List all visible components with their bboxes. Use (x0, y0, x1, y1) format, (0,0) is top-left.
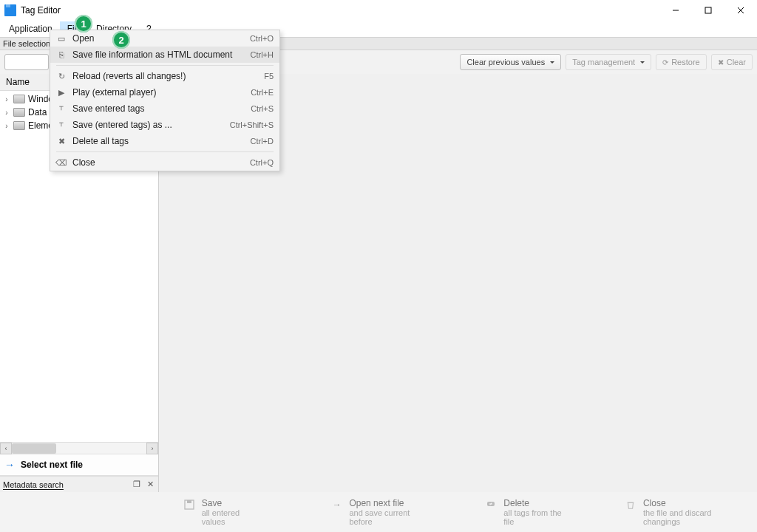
menu-item-delete-tags[interactable]: ✖ Delete all tags Ctrl+D (50, 133, 279, 149)
scroll-right-button[interactable]: › (146, 443, 158, 454)
drive-icon (13, 95, 25, 103)
clear-previous-values-button[interactable]: Clear previous values (460, 54, 561, 70)
cmd-close[interactable]: Close the file and discard changings (624, 498, 748, 526)
menu-item-shortcut: Ctrl+O (250, 34, 274, 43)
cmd-opennext-title: Open next file (349, 498, 432, 508)
menu-item-close[interactable]: ⌫ Close Ctrl+Q (50, 154, 279, 171)
menu-item-save-tags[interactable]: ⸆ Save entered tags Ctrl+S (50, 100, 279, 117)
html-icon: ⎘ (55, 50, 68, 59)
chevron-right-icon[interactable]: › (3, 109, 10, 117)
scroll-left-button[interactable]: ‹ (0, 443, 12, 454)
clear-button[interactable]: ✖ Clear (711, 54, 753, 70)
cmd-save-title: Save (202, 498, 264, 508)
detach-icon[interactable]: ❐ (132, 480, 142, 489)
svg-rect-1 (705, 7, 711, 13)
tag-management-label: Tag management (572, 58, 635, 66)
tag-management-button[interactable]: Tag management (566, 54, 651, 70)
restore-button[interactable]: ⟳ Restore (656, 54, 707, 70)
cmd-open-next[interactable]: → Open next file and save current before (330, 498, 433, 526)
open-icon: ▭ (55, 34, 68, 44)
horizontal-scrollbar[interactable]: ‹ › (0, 442, 158, 454)
menu-item-save-html[interactable]: ⎘ Save file information as HTML document… (50, 47, 279, 63)
close-icon: ⌫ (55, 158, 68, 168)
close-window-button[interactable] (724, 0, 757, 21)
save-icon: ⸆ (55, 104, 68, 114)
delete-icon: ✖ (55, 137, 68, 146)
menu-item-shortcut: Ctrl+S (251, 104, 274, 113)
menu-item-shortcut: Ctrl+D (251, 137, 274, 146)
chevron-right-icon[interactable]: › (3, 122, 10, 130)
reload-icon: ↻ (55, 72, 68, 81)
arrow-right-icon: → (330, 498, 344, 511)
trash-icon (624, 498, 637, 511)
path-input[interactable] (4, 54, 49, 70)
delete-icon (485, 498, 498, 511)
callout-2: 2 (112, 31, 130, 49)
scroll-thumb[interactable] (12, 443, 56, 454)
app-icon (4, 4, 16, 16)
bottom-command-bar: Save all entered values → Open next file… (0, 492, 757, 532)
drive-icon (13, 121, 25, 130)
menu-item-label: Save (entered tags) as ... (68, 120, 230, 130)
menu-item-save-tags-as[interactable]: ⸆ Save (entered tags) as ... Ctrl+Shift+… (50, 117, 279, 133)
menu-item-reload[interactable]: ↻ Reload (reverts all changes!) F5 (50, 68, 279, 84)
saveas-icon: ⸆ (55, 120, 68, 130)
minimize-button[interactable] (659, 0, 692, 21)
menu-item-shortcut: Ctrl+Shift+S (230, 120, 274, 129)
menu-item-label: Reload (reverts all changes!) (68, 71, 264, 81)
tree-row-label: Data ( (28, 107, 52, 117)
save-icon (183, 498, 196, 511)
select-next-file-label: Select next file (21, 460, 83, 470)
menu-item-shortcut: Ctrl+Q (250, 158, 274, 167)
metadata-search-label[interactable]: Metadata search (3, 480, 64, 489)
menu-item-open[interactable]: ▭ Open Ctrl+O (50, 30, 279, 47)
menu-item-label: Close (68, 157, 250, 168)
maximize-button[interactable] (692, 0, 724, 21)
window-controls (659, 0, 757, 21)
menu-item-shortcut: Ctrl+E (251, 88, 274, 97)
clear-previous-label: Clear previous values (466, 58, 545, 66)
window-title: Tag Editor (21, 5, 61, 16)
metadata-search-bar: Metadata search ❐ ✕ (0, 476, 158, 492)
menu-separator (56, 151, 274, 152)
restore-label: Restore (671, 58, 700, 66)
cmd-delete-title: Delete (503, 498, 572, 508)
clear-icon: ✖ (718, 58, 724, 66)
titlebar: Tag Editor (0, 0, 757, 21)
play-icon: ▶ (55, 88, 68, 98)
restore-icon: ⟳ (662, 58, 668, 66)
menu-item-label: Delete all tags (68, 136, 251, 146)
cmd-delete-sub: all tags from the file (503, 508, 572, 526)
drive-icon (13, 108, 25, 117)
cmd-opennext-sub: and save current before (349, 508, 432, 526)
close-icon[interactable]: ✕ (145, 480, 155, 489)
select-next-file[interactable]: → Select next file (0, 454, 158, 476)
file-menu-dropdown: ▭ Open Ctrl+O ⎘ Save file information as… (50, 30, 280, 171)
cmd-save[interactable]: Save all entered values (183, 498, 264, 526)
chevron-right-icon[interactable]: › (3, 95, 10, 103)
menu-item-play[interactable]: ▶ Play (external player) Ctrl+E (50, 84, 279, 100)
clear-label: Clear (727, 58, 746, 66)
menu-item-shortcut: Ctrl+H (251, 50, 274, 59)
cmd-close-title: Close (643, 498, 748, 508)
menu-item-label: Open (68, 33, 250, 44)
menu-item-label: Save entered tags (68, 103, 251, 114)
menu-separator (56, 65, 274, 66)
cmd-close-sub: the file and discard changings (643, 508, 748, 526)
cmd-delete[interactable]: Delete all tags from the file (485, 498, 573, 526)
svg-rect-5 (187, 500, 191, 503)
arrow-right-icon: → (4, 459, 15, 471)
menu-item-label: Play (external player) (68, 87, 251, 98)
menu-item-label: Save file information as HTML document (68, 50, 251, 60)
menu-item-shortcut: F5 (264, 72, 274, 81)
cmd-save-sub: all entered values (202, 508, 264, 526)
callout-1: 1 (75, 15, 92, 33)
